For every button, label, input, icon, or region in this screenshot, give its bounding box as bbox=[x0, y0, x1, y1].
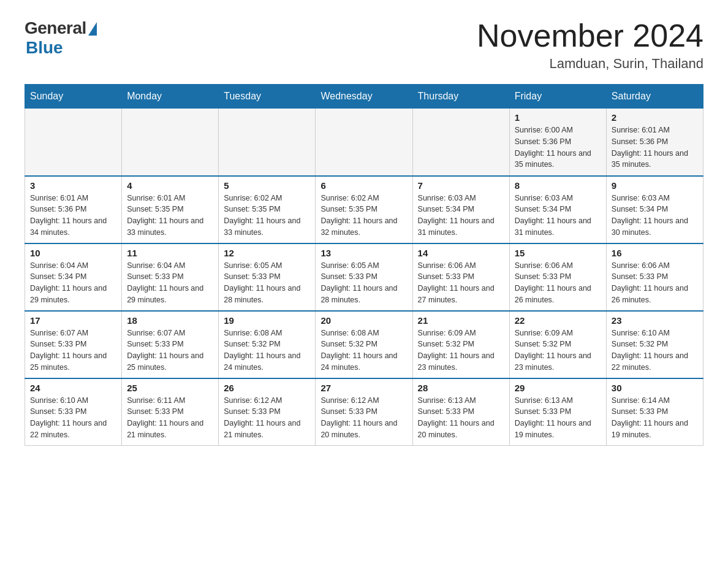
day-info: Sunrise: 6:03 AMSunset: 5:34 PMDaylight:… bbox=[515, 193, 601, 239]
day-number: 29 bbox=[515, 383, 601, 393]
day-info: Sunrise: 6:13 AMSunset: 5:33 PMDaylight:… bbox=[418, 395, 504, 441]
title-area: November 2024 Lamduan, Surin, Thailand bbox=[477, 18, 703, 72]
location: Lamduan, Surin, Thailand bbox=[477, 56, 703, 72]
logo-general-text: General bbox=[25, 18, 86, 38]
day-info: Sunrise: 6:07 AMSunset: 5:33 PMDaylight:… bbox=[127, 327, 213, 373]
table-row: 14Sunrise: 6:06 AMSunset: 5:33 PMDayligh… bbox=[412, 243, 509, 311]
logo: General Blue bbox=[25, 18, 97, 58]
day-info: Sunrise: 6:01 AMSunset: 5:35 PMDaylight:… bbox=[127, 193, 213, 239]
table-row: 3Sunrise: 6:01 AMSunset: 5:36 PMDaylight… bbox=[25, 176, 122, 243]
table-row: 7Sunrise: 6:03 AMSunset: 5:34 PMDaylight… bbox=[412, 176, 509, 243]
col-friday: Friday bbox=[509, 85, 606, 109]
day-number: 2 bbox=[612, 112, 698, 123]
table-row: 16Sunrise: 6:06 AMSunset: 5:33 PMDayligh… bbox=[606, 243, 703, 311]
day-info: Sunrise: 6:00 AMSunset: 5:36 PMDaylight:… bbox=[515, 124, 601, 170]
day-number: 12 bbox=[224, 248, 310, 258]
table-row: 12Sunrise: 6:05 AMSunset: 5:33 PMDayligh… bbox=[219, 243, 316, 311]
table-row: 1Sunrise: 6:00 AMSunset: 5:36 PMDaylight… bbox=[509, 109, 606, 176]
month-title: November 2024 bbox=[477, 18, 703, 53]
table-row bbox=[25, 109, 122, 176]
day-number: 13 bbox=[320, 248, 407, 258]
day-info: Sunrise: 6:06 AMSunset: 5:33 PMDaylight:… bbox=[612, 260, 698, 306]
table-row: 4Sunrise: 6:01 AMSunset: 5:35 PMDaylight… bbox=[122, 176, 219, 243]
table-row: 17Sunrise: 6:07 AMSunset: 5:33 PMDayligh… bbox=[25, 311, 122, 378]
table-row: 29Sunrise: 6:13 AMSunset: 5:33 PMDayligh… bbox=[509, 378, 606, 446]
day-number: 25 bbox=[127, 383, 213, 393]
day-number: 16 bbox=[612, 248, 698, 258]
calendar-week-4: 17Sunrise: 6:07 AMSunset: 5:33 PMDayligh… bbox=[25, 311, 703, 378]
day-number: 8 bbox=[515, 180, 601, 191]
table-row: 11Sunrise: 6:04 AMSunset: 5:33 PMDayligh… bbox=[122, 243, 219, 311]
day-info: Sunrise: 6:03 AMSunset: 5:34 PMDaylight:… bbox=[418, 193, 504, 239]
calendar-table: Sunday Monday Tuesday Wednesday Thursday… bbox=[25, 84, 703, 446]
table-row: 27Sunrise: 6:12 AMSunset: 5:33 PMDayligh… bbox=[316, 378, 412, 446]
day-info: Sunrise: 6:13 AMSunset: 5:33 PMDaylight:… bbox=[515, 395, 601, 441]
table-row: 23Sunrise: 6:10 AMSunset: 5:32 PMDayligh… bbox=[606, 311, 703, 378]
day-info: Sunrise: 6:01 AMSunset: 5:36 PMDaylight:… bbox=[612, 124, 698, 170]
day-info: Sunrise: 6:10 AMSunset: 5:32 PMDaylight:… bbox=[612, 327, 698, 373]
day-info: Sunrise: 6:08 AMSunset: 5:32 PMDaylight:… bbox=[224, 327, 310, 373]
day-number: 18 bbox=[127, 315, 213, 326]
day-info: Sunrise: 6:14 AMSunset: 5:33 PMDaylight:… bbox=[612, 395, 698, 441]
day-number: 21 bbox=[418, 315, 504, 326]
day-info: Sunrise: 6:04 AMSunset: 5:34 PMDaylight:… bbox=[30, 260, 116, 306]
day-number: 20 bbox=[320, 315, 407, 326]
table-row: 22Sunrise: 6:09 AMSunset: 5:32 PMDayligh… bbox=[509, 311, 606, 378]
day-info: Sunrise: 6:09 AMSunset: 5:32 PMDaylight:… bbox=[418, 327, 504, 373]
day-number: 7 bbox=[418, 180, 504, 191]
day-number: 5 bbox=[224, 180, 310, 191]
day-info: Sunrise: 6:06 AMSunset: 5:33 PMDaylight:… bbox=[418, 260, 504, 306]
col-saturday: Saturday bbox=[606, 85, 703, 109]
table-row bbox=[122, 109, 219, 176]
table-row bbox=[219, 109, 316, 176]
col-tuesday: Tuesday bbox=[219, 85, 316, 109]
day-number: 6 bbox=[320, 180, 407, 191]
day-info: Sunrise: 6:07 AMSunset: 5:33 PMDaylight:… bbox=[30, 327, 116, 373]
table-row: 6Sunrise: 6:02 AMSunset: 5:35 PMDaylight… bbox=[316, 176, 412, 243]
col-thursday: Thursday bbox=[412, 85, 509, 109]
day-number: 24 bbox=[30, 383, 116, 393]
day-number: 30 bbox=[612, 383, 698, 393]
col-sunday: Sunday bbox=[25, 85, 122, 109]
day-info: Sunrise: 6:01 AMSunset: 5:36 PMDaylight:… bbox=[30, 193, 116, 239]
table-row: 20Sunrise: 6:08 AMSunset: 5:32 PMDayligh… bbox=[316, 311, 412, 378]
table-row: 28Sunrise: 6:13 AMSunset: 5:33 PMDayligh… bbox=[412, 378, 509, 446]
table-row: 18Sunrise: 6:07 AMSunset: 5:33 PMDayligh… bbox=[122, 311, 219, 378]
day-number: 23 bbox=[612, 315, 698, 326]
col-monday: Monday bbox=[122, 85, 219, 109]
day-info: Sunrise: 6:06 AMSunset: 5:33 PMDaylight:… bbox=[515, 260, 601, 306]
table-row: 21Sunrise: 6:09 AMSunset: 5:32 PMDayligh… bbox=[412, 311, 509, 378]
day-info: Sunrise: 6:12 AMSunset: 5:33 PMDaylight:… bbox=[320, 395, 407, 441]
page-header: General Blue November 2024 Lamduan, Suri… bbox=[25, 18, 703, 72]
day-number: 14 bbox=[418, 248, 504, 258]
day-info: Sunrise: 6:11 AMSunset: 5:33 PMDaylight:… bbox=[127, 395, 213, 441]
day-number: 10 bbox=[30, 248, 116, 258]
day-number: 15 bbox=[515, 248, 601, 258]
calendar-week-3: 10Sunrise: 6:04 AMSunset: 5:34 PMDayligh… bbox=[25, 243, 703, 311]
day-info: Sunrise: 6:12 AMSunset: 5:33 PMDaylight:… bbox=[224, 395, 310, 441]
table-row: 24Sunrise: 6:10 AMSunset: 5:33 PMDayligh… bbox=[25, 378, 122, 446]
table-row: 5Sunrise: 6:02 AMSunset: 5:35 PMDaylight… bbox=[219, 176, 316, 243]
table-row: 2Sunrise: 6:01 AMSunset: 5:36 PMDaylight… bbox=[606, 109, 703, 176]
day-number: 17 bbox=[30, 315, 116, 326]
table-row: 26Sunrise: 6:12 AMSunset: 5:33 PMDayligh… bbox=[219, 378, 316, 446]
table-row: 8Sunrise: 6:03 AMSunset: 5:34 PMDaylight… bbox=[509, 176, 606, 243]
day-number: 4 bbox=[127, 180, 213, 191]
table-row bbox=[412, 109, 509, 176]
table-row: 13Sunrise: 6:05 AMSunset: 5:33 PMDayligh… bbox=[316, 243, 412, 311]
day-info: Sunrise: 6:10 AMSunset: 5:33 PMDaylight:… bbox=[30, 395, 116, 441]
table-row: 19Sunrise: 6:08 AMSunset: 5:32 PMDayligh… bbox=[219, 311, 316, 378]
table-row: 25Sunrise: 6:11 AMSunset: 5:33 PMDayligh… bbox=[122, 378, 219, 446]
day-number: 11 bbox=[127, 248, 213, 258]
day-number: 9 bbox=[612, 180, 698, 191]
day-info: Sunrise: 6:03 AMSunset: 5:34 PMDaylight:… bbox=[612, 193, 698, 239]
day-info: Sunrise: 6:02 AMSunset: 5:35 PMDaylight:… bbox=[224, 193, 310, 239]
logo-blue-text: Blue bbox=[26, 38, 63, 58]
col-wednesday: Wednesday bbox=[316, 85, 412, 109]
day-number: 19 bbox=[224, 315, 310, 326]
day-number: 3 bbox=[30, 180, 116, 191]
day-info: Sunrise: 6:08 AMSunset: 5:32 PMDaylight:… bbox=[320, 327, 407, 373]
day-number: 22 bbox=[515, 315, 601, 326]
calendar-week-2: 3Sunrise: 6:01 AMSunset: 5:36 PMDaylight… bbox=[25, 176, 703, 243]
day-number: 1 bbox=[515, 112, 601, 123]
